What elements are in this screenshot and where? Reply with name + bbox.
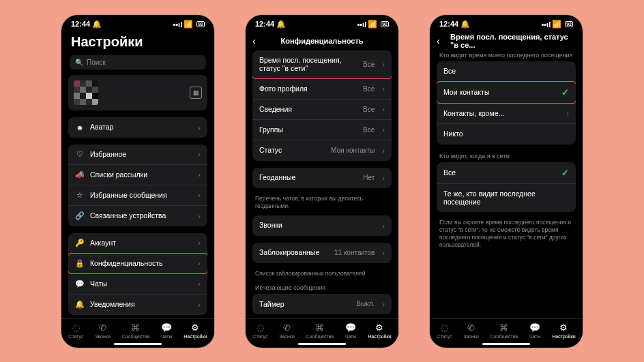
row-Списки рассылки[interactable]: 📣Списки рассылки› [68, 165, 207, 185]
profile-card[interactable]: ▦ [68, 75, 207, 110]
chevron-right-icon: › [382, 60, 385, 68]
avatar-image [74, 80, 98, 105]
chevron-right-icon: › [382, 174, 385, 182]
row-Конфиденциальность[interactable]: 🔒Конфиденциальность› [68, 254, 207, 274]
row-icon: 📣 [75, 170, 85, 179]
tab-Статус[interactable]: ◌Статус [68, 322, 83, 339]
phone-settings: 12:44 🔔 ••ıl 📶92 Настройки 🔍 Поиск ▦ ☻ А… [61, 15, 214, 348]
row-geo[interactable]: Геоданные Нет › [252, 168, 392, 188]
lastseen-option-3[interactable]: Никто [437, 124, 576, 145]
row-icon: 🔗 [75, 211, 85, 220]
online-option-0[interactable]: Все✓ [437, 162, 576, 184]
tab-icon: ⌘ [315, 322, 324, 333]
row-icon: 🔑 [75, 239, 85, 247]
search-input[interactable]: 🔍 Поиск [70, 55, 206, 70]
row-Уведомления[interactable]: 🔔Уведомления› [68, 295, 207, 315]
avatar-icon: ☻ [75, 123, 85, 132]
row-calls[interactable]: Звонки › [252, 215, 392, 236]
tab-Звонки[interactable]: ✆Звонки [95, 322, 111, 339]
row-timer[interactable]: Таймер Выкл. › [252, 294, 392, 314]
tab-Сообщества[interactable]: ⌘Сообщества [122, 322, 150, 339]
back-button[interactable]: ‹ [252, 35, 262, 46]
chevron-right-icon: › [198, 170, 201, 179]
row-icon: ☆ [75, 191, 85, 200]
row-Избранное[interactable]: ♡Избранное› [68, 145, 207, 165]
tab-Чаты[interactable]: 💬Чаты [529, 322, 541, 339]
lastseen-option-2[interactable]: Контакты, кроме...› [437, 104, 576, 124]
chevron-right-icon: › [198, 150, 201, 158]
row-blocked[interactable]: Заблокированные 11 контактов › [252, 243, 392, 263]
chevron-right-icon: › [566, 109, 569, 117]
home-indicator [114, 343, 162, 345]
row-icon: 🔒 [75, 259, 85, 268]
row-icon: 💬 [75, 280, 85, 288]
privacy-row-1[interactable]: Фото профиляВсе› [252, 79, 392, 100]
tab-bar: ◌Статус✆Звонки⌘Сообщества💬Чаты⚙Настройки [61, 318, 214, 342]
chevron-right-icon: › [198, 123, 201, 132]
lastseen-option-1[interactable]: Мои контакты✓ [437, 82, 576, 104]
phone-privacy: 12:44 🔔 ••ıl 📶92 ‹ Конфиденциальность Вр… [246, 15, 398, 348]
tab-Статус[interactable]: ◌Статус [252, 322, 267, 339]
tab-icon: ◌ [72, 322, 80, 333]
tab-icon: ⚙ [191, 322, 199, 333]
tab-Чаты[interactable]: 💬Чаты [161, 322, 173, 339]
chevron-right-icon: › [382, 222, 385, 230]
tab-icon: ⚙ [375, 322, 383, 333]
check-icon: ✓ [561, 168, 569, 178]
chevron-right-icon: › [198, 239, 201, 247]
tab-icon: 💬 [345, 322, 356, 333]
chevron-right-icon: › [382, 300, 385, 308]
chevron-right-icon: › [382, 85, 385, 93]
tab-bar: ◌Статус✆Звонки⌘Сообщества💬Чаты⚙Настройки [430, 318, 583, 342]
tab-icon: ◌ [257, 322, 264, 333]
tab-Сообщества[interactable]: ⌘Сообщества [491, 322, 518, 339]
search-icon: 🔍 [75, 59, 83, 66]
tab-Чаты[interactable]: 💬Чаты [345, 322, 357, 339]
row-Чаты[interactable]: 💬Чаты› [68, 274, 207, 295]
tab-Звонки[interactable]: ✆Звонки [279, 322, 295, 339]
tab-icon: 💬 [161, 322, 172, 333]
row-Связанные устройства[interactable]: 🔗Связанные устройства› [68, 206, 207, 226]
privacy-row-2[interactable]: СведенияВсе› [252, 100, 392, 120]
row-Избранные сообщения[interactable]: ☆Избранные сообщения› [68, 185, 207, 206]
chevron-right-icon: › [198, 212, 201, 220]
lastseen-option-0[interactable]: Все [437, 61, 576, 82]
privacy-row-4[interactable]: СтатусМои контакты› [252, 140, 392, 161]
phone-lastseen: 12:44 🔔 ••ıl 📶92 ‹ Время посл. посещения… [430, 15, 583, 348]
check-icon: ✓ [561, 87, 569, 97]
tab-Настройки[interactable]: ⚙Настройки [552, 322, 575, 339]
tab-icon: ⌘ [499, 322, 508, 333]
tab-icon: ◌ [441, 322, 448, 333]
status-bar: 12:44 🔔 ••ıl 📶92 [246, 15, 398, 31]
row-Аккаунт[interactable]: 🔑Аккаунт› [68, 233, 207, 254]
status-bar: 12:44 🔔 ••ıl 📶92 [430, 15, 583, 31]
tab-icon: ✆ [283, 322, 291, 333]
tab-Сообщества[interactable]: ⌘Сообщества [306, 322, 334, 339]
tab-Настройки[interactable]: ⚙Настройки [368, 322, 391, 339]
back-button[interactable]: ‹ [437, 35, 446, 46]
chevron-right-icon: › [198, 259, 201, 267]
privacy-row-3[interactable]: ГруппыВсе› [252, 120, 392, 140]
chevron-right-icon: › [382, 249, 385, 257]
tab-icon: ⚙ [559, 322, 568, 333]
row-avatar[interactable]: ☻ Аватар › [68, 117, 207, 138]
tab-icon: ⌘ [131, 322, 140, 333]
tab-bar: ◌Статус✆Звонки⌘Сообщества💬Чаты⚙Настройки [246, 318, 398, 342]
row-icon: ♡ [75, 150, 85, 159]
row-icon: 🔔 [75, 300, 85, 309]
nav-header: ‹ Время посл. посещения, статус "в се... [430, 31, 583, 50]
home-indicator [482, 343, 530, 345]
page-title: Настройки [61, 31, 214, 55]
privacy-row-0[interactable]: Время посл. посещения, статус "в сети"Вс… [252, 50, 392, 79]
qr-icon[interactable]: ▦ [190, 87, 202, 99]
tab-icon: ✆ [99, 322, 106, 333]
tab-Статус[interactable]: ◌Статус [437, 322, 452, 339]
chevron-right-icon: › [198, 301, 201, 309]
tab-Настройки[interactable]: ⚙Настройки [184, 322, 207, 339]
nav-header: ‹ Конфиденциальность [246, 31, 398, 50]
tab-icon: ✆ [467, 322, 475, 333]
chevron-right-icon: › [198, 280, 201, 288]
online-option-1[interactable]: Те же, кто видит последнее посещение [437, 184, 576, 212]
tab-Звонки[interactable]: ✆Звонки [463, 322, 479, 339]
chevron-right-icon: › [198, 191, 201, 199]
